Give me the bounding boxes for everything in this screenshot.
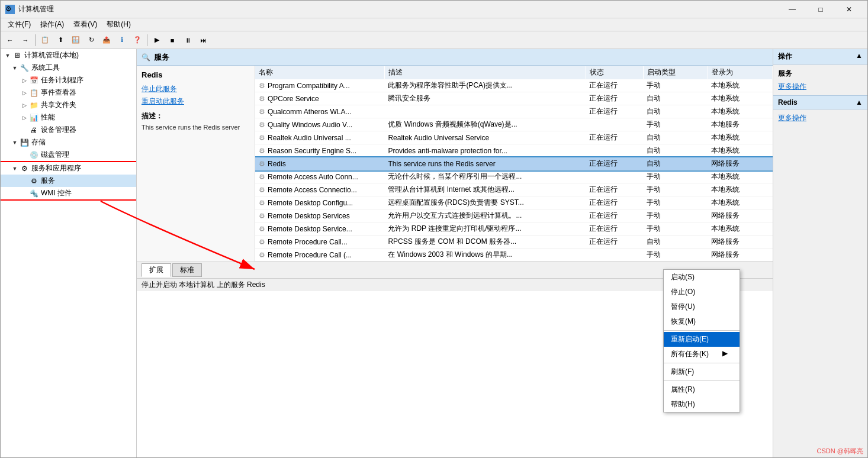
table-row[interactable]: ⚙Remote Procedure Call...RPCSS 服务是 COM 和…	[255, 236, 773, 249]
expand-icon	[20, 189, 29, 198]
tree-item-performance[interactable]: ▷ 📊 性能	[1, 111, 136, 124]
tree-item-shared-folders[interactable]: ▷ 📁 共享文件夹	[1, 99, 136, 111]
menu-file[interactable]: 文件(F)	[3, 18, 36, 31]
menu-action[interactable]: 操作(A)	[36, 18, 69, 31]
tree-item-system-tools[interactable]: ▼ 🔧 系统工具	[1, 62, 136, 74]
selected-service-name: Redis	[142, 70, 250, 79]
new-window-button[interactable]: 🪟	[69, 33, 83, 47]
context-menu-item-刷新f[interactable]: 刷新(F)	[664, 365, 740, 379]
tab-standard[interactable]: 标准	[172, 263, 202, 277]
context-menu-item-停止o[interactable]: 停止(O)	[664, 285, 740, 299]
expand-icon	[20, 125, 29, 135]
table-row[interactable]: ⚙RedisThis service runs the Redis server…	[255, 157, 773, 170]
window-title: 计算机管理	[18, 4, 779, 14]
context-menu-item-所有任务k[interactable]: 所有任务(K)	[664, 347, 740, 362]
title-bar: ⚙ 计算机管理 — □ ✕	[1, 1, 867, 18]
context-menu-item-重新启动e[interactable]: 重新启动(E)	[664, 332, 740, 347]
up-button[interactable]: ⬆	[53, 33, 67, 47]
services-header-bar: 🔍 服务	[137, 49, 773, 66]
play-button[interactable]: ▶	[150, 33, 164, 47]
table-row[interactable]: ⚙Quality Windows Audio V...优质 Windows 音频…	[255, 118, 773, 131]
right-panel-collapse[interactable]: ▲	[856, 51, 863, 60]
disk-icon: 💿	[29, 150, 38, 160]
right-panel-header: 操作 ▲	[773, 49, 867, 64]
tree-item-storage[interactable]: ▼ 💾 存储	[1, 136, 136, 149]
menu-separator	[664, 363, 740, 363]
minimize-button[interactable]: —	[779, 1, 806, 18]
restart-service-link[interactable]: 重启动此服务	[142, 96, 250, 107]
refresh-button[interactable]: ↻	[84, 33, 98, 47]
device-icon: 🖨	[29, 125, 38, 135]
col-header-startup[interactable]: 启动类型	[643, 66, 708, 80]
watermark: CSDN @韩晖亮	[817, 447, 863, 456]
right-panel-more-actions[interactable]: 更多操作	[778, 80, 863, 93]
maximize-button[interactable]: □	[807, 1, 834, 18]
service-description: This service runs the Redis server	[142, 124, 250, 131]
computer-icon: 🖥	[12, 51, 22, 60]
right-panel-redis-header: Redis ▲	[773, 95, 867, 109]
tree-item-services-apps[interactable]: ▼ ⚙ 服务和应用程序	[1, 162, 136, 175]
event-icon: 📋	[29, 88, 38, 98]
table-row[interactable]: ⚙Remote Desktop Configu...远程桌面配置服务(RDCS)…	[255, 196, 773, 209]
expand-icon: ▷	[20, 76, 29, 85]
context-menu-item-恢复m[interactable]: 恢复(M)	[664, 314, 740, 329]
right-panel: 操作 ▲ 服务 更多操作 Redis ▲ 更多操作	[773, 49, 867, 457]
stop-button[interactable]: ■	[165, 33, 179, 47]
table-row[interactable]: ⚙Remote Procedure Call (...在 Windows 200…	[255, 249, 773, 262]
properties-button[interactable]: ℹ	[115, 33, 129, 47]
context-menu: 启动(S)停止(O)暂停(U)恢复(M)重新启动(E)所有任务(K)刷新(F)属…	[663, 269, 740, 412]
tree-item-services[interactable]: ⚙ 服务	[1, 175, 136, 187]
stop-service-link[interactable]: 停止此服务	[142, 84, 250, 94]
table-row[interactable]: ⚙Reason Security Engine S...Provides ant…	[255, 144, 773, 157]
table-row[interactable]: ⚙Remote Desktop Service...允许为 RDP 连接重定向打…	[255, 222, 773, 236]
export-button[interactable]: 📤	[99, 33, 114, 47]
services-panel-title: 服务	[154, 52, 169, 63]
expand-icon	[20, 176, 29, 186]
table-row[interactable]: ⚙Realtek Audio Universal ...Realtek Audi…	[255, 131, 773, 144]
context-menu-item-暂停u[interactable]: 暂停(U)	[664, 299, 740, 314]
right-panel-redis-section: 更多操作	[773, 109, 867, 127]
menu-help[interactable]: 帮助(H)	[102, 18, 136, 31]
search-icon: 🔍	[142, 53, 150, 62]
tree-item-disk-management[interactable]: 💿 磁盘管理	[1, 149, 136, 161]
services-table-wrap: 名称 描述 状态 启动类型 登录为 ⚙PNRP Machine Name Pu.…	[255, 66, 773, 262]
pause-button[interactable]: ⏸	[181, 33, 195, 47]
tab-expand[interactable]: 扩展	[142, 263, 171, 277]
table-row[interactable]: ⚙Program Compatibility A...此服务为程序兼容性助手(P…	[255, 79, 773, 92]
context-menu-item-启动s[interactable]: 启动(S)	[664, 270, 740, 285]
menu-bar: 文件(F) 操作(A) 查看(V) 帮助(H)	[1, 18, 867, 31]
expand-icon: ▷	[20, 101, 29, 110]
table-row[interactable]: ⚙QPCore Service腾讯安全服务正在运行自动本地系统	[255, 92, 773, 105]
back-button[interactable]: ←	[3, 33, 17, 47]
col-header-desc[interactable]: 描述	[384, 66, 586, 80]
context-menu-item-属性r[interactable]: 属性(R)	[664, 382, 740, 397]
services-table: 名称 描述 状态 启动类型 登录为 ⚙PNRP Machine Name Pu.…	[255, 66, 773, 262]
table-row[interactable]: ⚙Remote Desktop Services允许用户以交互方式连接到远程计算…	[255, 209, 773, 222]
restart-button[interactable]: ⏭	[196, 33, 210, 47]
perf-icon: 📊	[29, 113, 38, 122]
tree-item-device-manager[interactable]: 🖨 设备管理器	[1, 124, 136, 136]
col-header-name[interactable]: 名称	[255, 66, 384, 80]
share-icon: 📁	[29, 101, 38, 110]
context-menu-item-帮助h[interactable]: 帮助(H)	[664, 397, 740, 412]
col-header-status[interactable]: 状态	[586, 66, 643, 80]
table-row[interactable]: ⚙Qualcomm Atheros WLA...正在运行自动本地系统	[255, 105, 773, 118]
col-header-logon[interactable]: 登录为	[708, 66, 772, 80]
expand-icon: ▼	[10, 164, 20, 173]
right-panel-redis-more-actions[interactable]: 更多操作	[778, 112, 863, 124]
close-button[interactable]: ✕	[835, 1, 863, 18]
table-row[interactable]: ⚙Remote Access Auto Conn...无论什么时候，当某个程序引…	[255, 170, 773, 183]
app-icon: ⚙	[5, 5, 15, 14]
show-hide-button[interactable]: 📋	[38, 33, 52, 47]
tree-item-root[interactable]: ▼ 🖥 计算机管理(本地)	[1, 49, 136, 62]
tree-item-task-scheduler[interactable]: ▷ 📅 任务计划程序	[1, 74, 136, 86]
table-row[interactable]: ⚙Remote Access Connectio...管理从台计算机到 Inte…	[255, 183, 773, 196]
tree-item-event-viewer[interactable]: ▷ 📋 事件查看器	[1, 86, 136, 99]
forward-button[interactable]: →	[18, 33, 33, 47]
menu-separator	[664, 330, 740, 331]
status-text: 停止并启动 本地计算机 上的服务 Redis	[142, 280, 265, 290]
menu-view[interactable]: 查看(V)	[69, 18, 102, 31]
help-btn[interactable]: ❓	[130, 33, 144, 47]
right-panel-redis-collapse[interactable]: ▲	[856, 98, 863, 107]
tree-item-wmi[interactable]: 🔩 WMI 控件	[1, 187, 136, 199]
